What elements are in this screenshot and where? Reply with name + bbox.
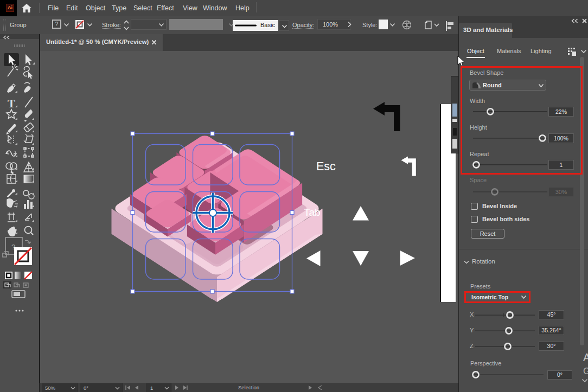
svg-text:Tab: Tab: [304, 207, 321, 218]
svg-text:Esc: Esc: [316, 160, 336, 173]
svg-text:T: T: [8, 97, 15, 110]
